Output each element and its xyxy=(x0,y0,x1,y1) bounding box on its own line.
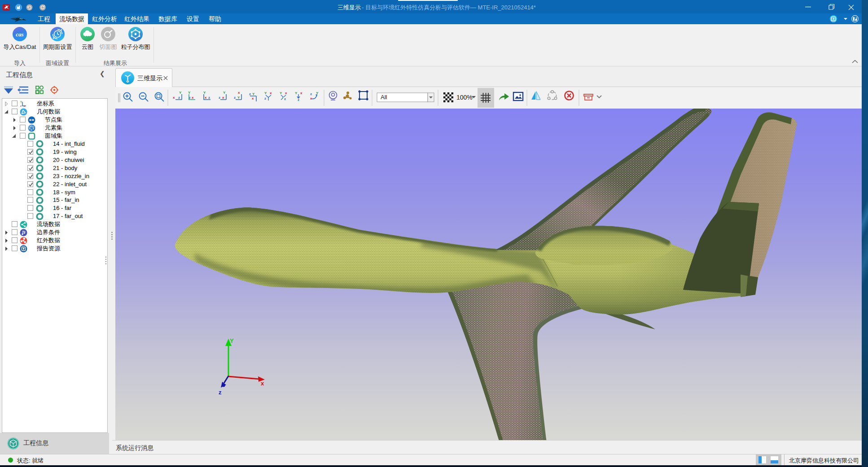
svg-text:z: z xyxy=(208,96,210,100)
svg-text:x: x xyxy=(173,96,175,100)
svg-text:x: x xyxy=(192,96,194,100)
svg-text:Y: Y xyxy=(295,91,298,95)
svg-text:z: z xyxy=(249,92,251,96)
svg-text:Y: Y xyxy=(230,337,234,344)
svg-text:x: x xyxy=(270,91,272,95)
svg-text:Y: Y xyxy=(264,91,267,95)
svg-text:All: All xyxy=(381,94,387,100)
svg-text:z: z xyxy=(219,96,220,100)
svg-text:Y: Y xyxy=(237,96,240,100)
svg-text:x: x xyxy=(252,96,254,100)
svg-text:z: z xyxy=(219,389,222,396)
svg-text:Y: Y xyxy=(20,100,22,103)
svg-text:z: z xyxy=(264,96,266,100)
svg-text:z: z xyxy=(284,97,286,101)
svg-text:z: z xyxy=(310,92,312,96)
svg-text:z: z xyxy=(234,96,236,100)
svg-text:z: z xyxy=(189,96,191,99)
svg-text:cas: cas xyxy=(16,31,23,38)
svg-text:x: x xyxy=(285,91,287,95)
svg-text:z: z xyxy=(298,98,299,102)
svg-text:z: z xyxy=(20,105,22,107)
svg-text:x: x xyxy=(205,96,207,100)
svg-text:z: z xyxy=(178,96,180,100)
svg-text:Y: Y xyxy=(203,91,206,95)
svg-text:100%: 100% xyxy=(456,94,473,101)
svg-text:Y: Y xyxy=(188,91,191,95)
svg-text:Y: Y xyxy=(179,91,182,95)
svg-text:x: x xyxy=(300,91,302,95)
svg-text:Y: Y xyxy=(280,91,282,95)
svg-text:Y: Y xyxy=(223,91,226,95)
svg-text:x: x xyxy=(238,91,240,95)
svg-text:x: x xyxy=(222,96,224,100)
svg-text:Y: Y xyxy=(252,92,255,96)
svg-text:x: x xyxy=(261,380,264,387)
